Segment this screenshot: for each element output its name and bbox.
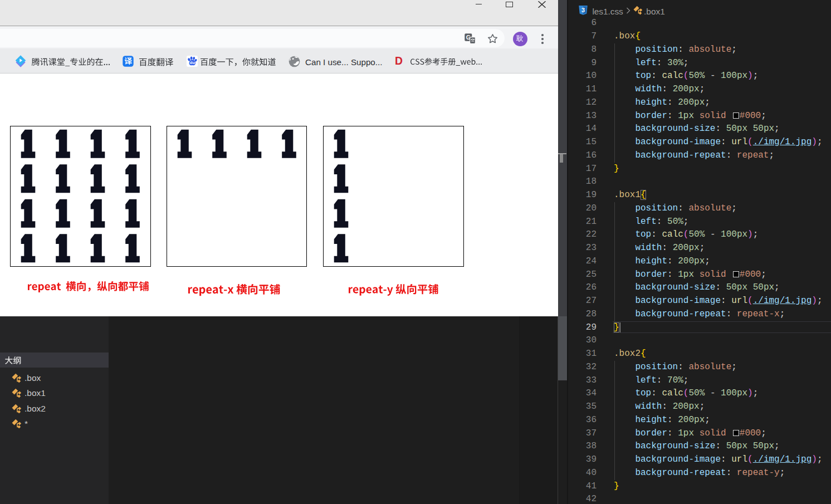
svg-text:3: 3 bbox=[581, 7, 584, 13]
svg-text:du: du bbox=[190, 60, 195, 65]
